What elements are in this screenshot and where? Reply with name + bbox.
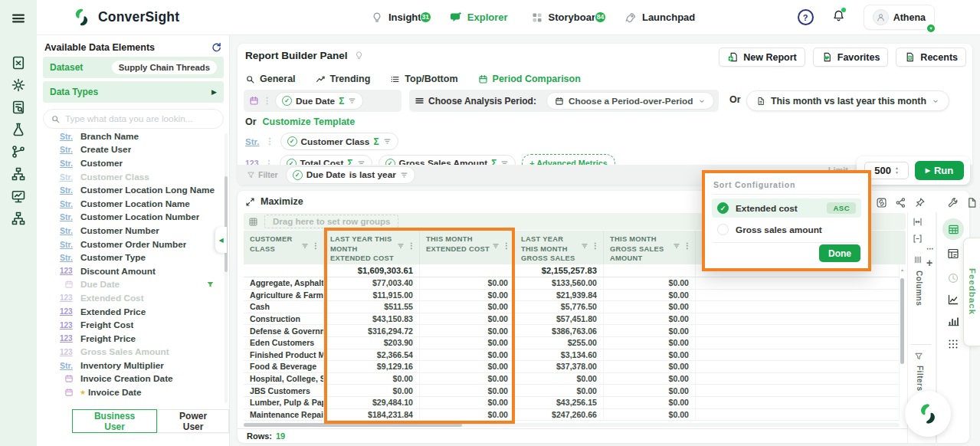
assistant-bubble[interactable] (905, 391, 951, 437)
column-header[interactable]: LAST YEAR THIS MONTH EXTENDED COST⋮ (324, 231, 420, 264)
columns-panel-icon[interactable] (913, 255, 923, 264)
grid-cell[interactable]: $386,763.06 (515, 325, 604, 337)
field-item[interactable]: Due Date (40, 278, 222, 292)
grid-cell[interactable]: $0.00 (604, 409, 696, 421)
grid-cell[interactable]: Maintenance Repair Ope... (244, 409, 324, 421)
grid-cell[interactable]: Food & Beverage (244, 361, 324, 373)
kebab-icon[interactable]: ⋮ (683, 241, 691, 250)
grid-cell[interactable]: JBS Customers (244, 385, 324, 397)
spreadsheet-icon[interactable] (11, 55, 26, 71)
sitemap-icon[interactable] (11, 166, 26, 182)
hamburger-menu-icon[interactable] (11, 11, 26, 26)
grid-cell[interactable]: $0.00 (420, 313, 515, 326)
grid-cell[interactable]: $37,378.00 (515, 361, 604, 373)
recents-button[interactable]: Recents (896, 48, 966, 67)
search-input[interactable] (65, 113, 216, 124)
scrollbar-thumb[interactable] (225, 176, 228, 272)
field-item[interactable]: Str.Customer Location Name (40, 197, 222, 211)
grid-cell[interactable]: $11,915.00 (324, 290, 420, 302)
column-header[interactable]: CUSTOMER CLASS⋮ (244, 231, 324, 264)
field-item[interactable]: Str.Customer (40, 156, 222, 170)
filter-lines-icon[interactable] (673, 242, 680, 250)
grid-cell[interactable]: Lumber, Pulp & Paper (244, 397, 324, 409)
grid-cell[interactable]: $57,451.80 (515, 313, 604, 326)
grid-cell[interactable]: $9,129.16 (324, 361, 420, 373)
filter-lines-icon[interactable] (400, 171, 408, 179)
field-item[interactable]: 123Extended Cost (40, 291, 222, 305)
dataset-value[interactable]: Supply Chain Threads (112, 61, 217, 74)
done-button[interactable]: Done (819, 244, 860, 262)
field-item[interactable]: 123Discount Amount (40, 264, 222, 278)
document-search-icon[interactable] (11, 100, 26, 115)
filters-panel-icon[interactable] (914, 352, 923, 361)
hint-bulb-icon[interactable] (354, 51, 364, 61)
step-down-icon[interactable]: ▼ (895, 171, 899, 175)
column-header[interactable]: THIS MONTH GROSS SALES AMOUNT⋮ (604, 231, 696, 264)
column-header[interactable]: LAST YEAR THIS MONTH GROSS SALES AMOUNT⋮ (515, 231, 604, 264)
grid-cell[interactable]: $203.90 (324, 337, 420, 349)
grid-cell[interactable]: $0.00 (604, 337, 696, 349)
stepper-arrows[interactable]: ▲ ▼ (895, 166, 899, 175)
grid-cell[interactable]: $247,260.66 (515, 409, 604, 421)
kebab-icon[interactable]: ⋮ (266, 136, 274, 146)
sigma-icon[interactable]: Σ (339, 96, 344, 107)
grid-cell[interactable]: $0.00 (420, 325, 515, 337)
favorites-button[interactable]: Favorites (813, 48, 889, 67)
link-icon[interactable] (876, 197, 887, 208)
wrench-icon[interactable] (947, 197, 959, 208)
mode-business-user[interactable]: Business User (72, 409, 157, 433)
customize-template-link[interactable]: Customize Template (263, 116, 356, 127)
share-icon[interactable] (895, 197, 906, 208)
field-item[interactable]: Str.Customer Order Number (40, 238, 222, 251)
kebab-icon[interactable]: ⋮ (503, 241, 510, 250)
field-item[interactable]: Str.Customer Class (40, 170, 222, 184)
scroll-up-icon[interactable]: ▲ (900, 267, 904, 272)
sort-direction-badge[interactable]: ASC (827, 202, 856, 214)
expand-columns-icon[interactable] (913, 234, 923, 244)
add-icon[interactable]: + (926, 257, 932, 269)
grid-cell[interactable]: $0.00 (604, 361, 696, 373)
feedback-tab[interactable]: Feedback (963, 238, 980, 346)
grid-cell[interactable]: $0.00 (604, 325, 696, 337)
refresh-icon[interactable] (211, 41, 222, 53)
grid-cell[interactable]: $0.00 (324, 373, 420, 385)
nav-item-storyboard[interactable]: Storyboard84 (531, 11, 601, 24)
field-item[interactable]: Str.Customer Location Number (40, 211, 222, 225)
grid-cell[interactable]: $0.00 (515, 373, 604, 385)
tab-period-comparison[interactable]: Period Comparison (478, 74, 581, 84)
filter-lines-icon[interactable] (383, 137, 392, 146)
kebab-icon[interactable]: ⋮ (263, 96, 271, 106)
columns-panel-label[interactable]: Columns (915, 271, 923, 306)
grid-cell[interactable]: $2,366.54 (324, 349, 420, 362)
nav-item-explorer[interactable]: Explorer (450, 11, 508, 24)
tab-top-bottom[interactable]: Top/Bottom (390, 74, 457, 84)
grid-cell[interactable]: $43,150.83 (324, 313, 420, 326)
nav-item-launchpad[interactable]: Launchpad (624, 11, 695, 24)
grid-cell[interactable]: Finished Product Manuf... (244, 349, 324, 362)
notifications-button[interactable] (832, 9, 845, 25)
grid-cell[interactable]: $43,256.15 (515, 397, 604, 409)
bar-chart-icon[interactable] (947, 315, 959, 327)
field-item[interactable]: 123Freight Price (40, 332, 222, 346)
grid-cell[interactable]: $133,560.00 (515, 277, 604, 290)
mode-power-user[interactable]: Power User (157, 409, 229, 433)
tab-trending[interactable]: Trending (316, 74, 371, 84)
filter-lines-icon[interactable] (301, 242, 309, 250)
period-template-dropdown[interactable]: This month vs last year this month (746, 90, 949, 111)
grid-cell[interactable]: $0.00 (604, 277, 696, 290)
grid-cell[interactable]: $21,939.84 (515, 290, 604, 302)
field-item[interactable]: Invoice Creation Date (40, 372, 222, 386)
customer-class-pill[interactable]: ✓Customer ClassΣ (280, 133, 398, 150)
scrollbar-thumb[interactable] (244, 423, 462, 427)
grid-cell[interactable]: $0.00 (420, 397, 515, 409)
maximize-button[interactable]: Maximize (245, 196, 303, 207)
kebab-icon[interactable]: ⋮ (408, 241, 415, 250)
table-view-button[interactable] (942, 218, 964, 240)
grid-cell[interactable]: Eden Customers (244, 337, 324, 349)
grid-cell[interactable]: $77,003.40 (324, 277, 420, 290)
kebab-icon[interactable]: ⋮ (312, 241, 320, 250)
field-item[interactable]: Str.Create User (40, 143, 222, 157)
grid-cell[interactable]: Aggregate, Asphalt, San... (244, 277, 324, 290)
pivot-table-icon[interactable] (947, 248, 959, 260)
run-button[interactable]: ▶ Run (915, 161, 964, 180)
